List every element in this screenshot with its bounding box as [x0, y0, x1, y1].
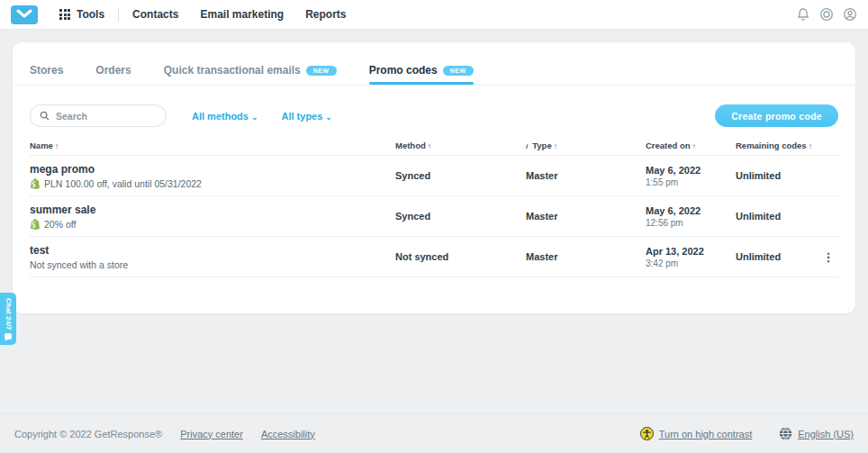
created-on-cell: May 6, 2022 12:56 pm [646, 205, 736, 228]
promo-detail: PLN 100.00 off, valid until 05/31/2022 [30, 178, 395, 189]
tab-orders[interactable]: Orders [95, 64, 131, 85]
high-contrast-icon [640, 427, 654, 440]
bell-icon[interactable] [796, 7, 810, 22]
promo-name-cell: test Not synced with a store [30, 244, 395, 270]
filter-all-methods[interactable]: All methods⌄ [192, 111, 258, 122]
tab-promo-codes[interactable]: Promo codes NEW [369, 64, 474, 85]
column-header-method[interactable]: Method↑ [395, 140, 526, 150]
footer-right: Turn on high contrast English (US) [640, 427, 854, 440]
column-header-name[interactable]: Name↑ [30, 140, 395, 150]
tools-menu-button[interactable]: Tools [59, 8, 104, 21]
created-time: 1:55 pm [646, 177, 736, 187]
shopify-store-icon [30, 219, 40, 230]
sort-asc-icon: ↑ [428, 142, 431, 150]
created-time: 12:56 pm [646, 218, 736, 228]
footer-left: Copyright © 2022 GetResponse® Privacy ce… [14, 429, 315, 439]
promo-name-cell: mega promo PLN 100.00 off, valid until 0… [30, 163, 395, 189]
nav-item-reports[interactable]: Reports [305, 8, 346, 21]
sort-asc-icon: ↑ [809, 142, 812, 150]
promo-name-cell: summer sale 20% off [30, 204, 395, 230]
chat-24-7-tab[interactable]: Chat 24/7 [0, 293, 16, 345]
globe-icon [779, 427, 792, 440]
created-time: 3:42 pm [646, 258, 736, 268]
language-label: English (US) [798, 429, 854, 439]
help-icon[interactable] [819, 7, 834, 22]
envelope-icon [16, 9, 32, 20]
privacy-center-link[interactable]: Privacy center [180, 429, 243, 439]
sort-asc-icon: ↑ [55, 142, 59, 150]
nav-item-contacts[interactable]: Contacts [132, 8, 178, 21]
copyright-text: Copyright © 2022 GetResponse® [14, 429, 162, 439]
column-header-type[interactable]: iType↑ [526, 140, 646, 150]
search-input[interactable] [56, 111, 157, 122]
remaining-codes-cell: Unlimited [736, 251, 818, 262]
promo-detail: Not synced with a store [30, 259, 395, 270]
page-footer: Copyright © 2022 GetResponse® Privacy ce… [0, 413, 868, 453]
table-body: mega promo PLN 100.00 off, valid until 0… [30, 156, 838, 277]
filters: All methods⌄ All types⌄ [192, 111, 332, 122]
promo-detail: 20% off [30, 219, 395, 230]
sort-asc-icon: ↑ [692, 142, 696, 150]
method-cell: Not synced [395, 251, 526, 262]
created-on-cell: Apr 13, 2022 3:42 pm [646, 246, 736, 268]
high-contrast-toggle[interactable]: Turn on high contrast [640, 427, 753, 440]
created-date: May 6, 2022 [646, 205, 736, 216]
table-toolbar: All methods⌄ All types⌄ Create promo cod… [13, 86, 855, 136]
chevron-down-icon: ⌄ [325, 113, 332, 122]
top-navigation-bar: Tools Contacts Email marketing Reports [0, 0, 868, 30]
sort-asc-icon: ↑ [554, 142, 557, 150]
main-nav: Contacts Email marketing Reports [132, 8, 346, 21]
promo-codes-table: Name↑ Method↑ iType↑ Created on↑ Remaini… [13, 136, 855, 277]
tab-stores[interactable]: Stores [30, 64, 63, 85]
table-row[interactable]: mega promo PLN 100.00 off, valid until 0… [30, 156, 838, 196]
new-badge: NEW [306, 66, 337, 76]
table-row[interactable]: summer sale 20% off Synced Master May 6,… [30, 196, 838, 237]
create-promo-code-button[interactable]: Create promo code [715, 104, 838, 127]
info-icon: i [526, 142, 528, 150]
promo-name: summer sale [30, 204, 395, 216]
created-on-cell: May 6, 2022 1:55 pm [646, 165, 736, 187]
type-cell: Master [526, 211, 646, 222]
store-tabs: Stores Orders Quick transactional emails… [13, 42, 855, 86]
created-date: Apr 13, 2022 [646, 246, 736, 257]
nav-item-email-marketing[interactable]: Email marketing [200, 8, 284, 21]
accessibility-link[interactable]: Accessibility [261, 429, 315, 439]
shopify-store-icon [30, 178, 40, 189]
search-icon [40, 111, 50, 121]
new-badge: NEW [443, 66, 474, 76]
promo-name: mega promo [30, 163, 395, 176]
table-row[interactable]: test Not synced with a store Not synced … [30, 237, 838, 277]
nav-divider [118, 7, 119, 22]
promo-detail-text: 20% off [44, 219, 76, 230]
method-cell: Synced [395, 211, 526, 222]
promo-detail-text: Not synced with a store [30, 259, 128, 270]
language-selector[interactable]: English (US) [779, 427, 854, 440]
tools-menu-label: Tools [77, 8, 104, 21]
created-date: May 6, 2022 [646, 165, 736, 176]
chat-bubble-icon [5, 333, 12, 340]
promo-codes-card: Stores Orders Quick transactional emails… [13, 42, 855, 313]
topbar-actions [796, 7, 857, 22]
remaining-codes-cell: Unlimited [736, 170, 818, 181]
apps-grid-icon [59, 9, 70, 20]
method-cell: Synced [395, 170, 526, 181]
account-icon[interactable] [843, 7, 857, 22]
filter-all-types[interactable]: All types⌄ [282, 111, 332, 122]
table-header-row: Name↑ Method↑ iType↑ Created on↑ Remaini… [30, 136, 838, 156]
chat-tab-label: Chat 24/7 [5, 298, 13, 331]
column-header-remaining-codes[interactable]: Remaining codes↑ [736, 140, 818, 150]
chevron-down-icon: ⌄ [251, 113, 258, 122]
search-box[interactable] [30, 104, 167, 127]
type-cell: Master [526, 251, 646, 262]
row-menu-button[interactable]: ⋮ [818, 250, 838, 264]
getresponse-logo[interactable] [11, 5, 38, 24]
promo-name: test [30, 244, 395, 257]
remaining-codes-cell: Unlimited [736, 211, 818, 222]
promo-detail-text: PLN 100.00 off, valid until 05/31/2022 [44, 178, 202, 189]
type-cell: Master [526, 170, 646, 181]
tab-quick-transactional-emails[interactable]: Quick transactional emails NEW [164, 64, 337, 85]
column-header-created-on[interactable]: Created on↑ [646, 140, 736, 150]
high-contrast-label: Turn on high contrast [659, 429, 753, 439]
